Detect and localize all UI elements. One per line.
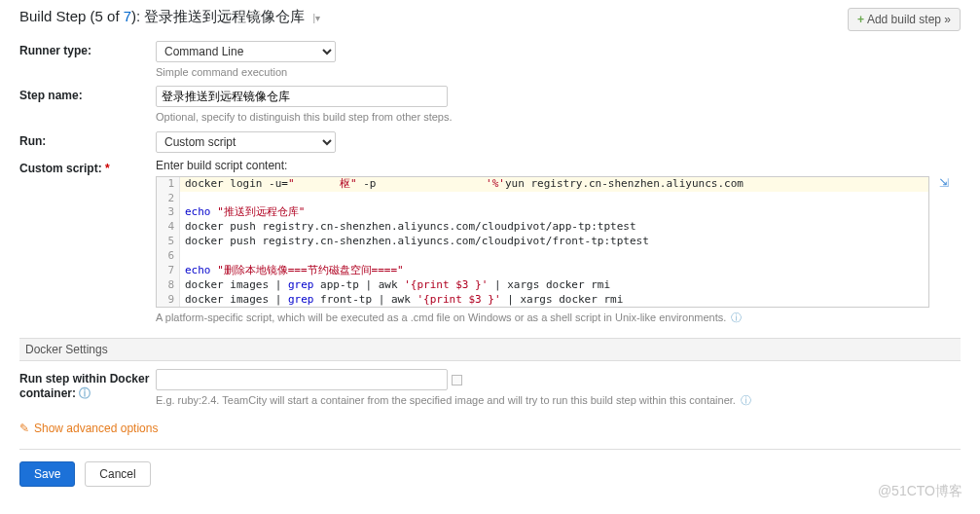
step-dropdown-icon[interactable]: |▾: [313, 13, 321, 23]
add-build-step-button[interactable]: +Add build step »: [848, 8, 961, 31]
script-content-hint: Enter build script content:: [156, 159, 961, 172]
expand-editor-icon[interactable]: ⇲: [939, 176, 949, 190]
step-name-hint: Optional, specify to distinguish this bu…: [156, 110, 961, 125]
watermark: @51CTO博客: [878, 483, 962, 500]
page-title: Build Step (5 of 7): 登录推送到远程镜像仓库 |▾: [19, 8, 320, 26]
docker-container-hint: E.g. ruby:2.4. TeamCity will start a con…: [156, 393, 961, 408]
divider: [19, 449, 961, 450]
custom-script-label: Custom script: *: [19, 159, 156, 175]
docker-settings-icon[interactable]: [452, 375, 462, 386]
run-label: Run:: [19, 131, 156, 148]
docker-settings-header: Docker Settings: [19, 338, 961, 361]
save-button[interactable]: Save: [19, 461, 75, 487]
step-name-input[interactable]: [156, 86, 448, 107]
script-platform-hint: A platform-specific script, which will b…: [156, 311, 961, 325]
docker-container-input[interactable]: [156, 369, 448, 390]
help-icon[interactable]: ⓘ: [79, 386, 91, 400]
cancel-button[interactable]: Cancel: [85, 461, 150, 487]
plus-icon: +: [857, 13, 864, 26]
run-select[interactable]: Custom script: [156, 131, 336, 153]
docker-container-label: Run step within Docker container: ⓘ: [19, 369, 156, 402]
step-name-label: Step name:: [19, 86, 156, 102]
show-advanced-options-link[interactable]: ✎ Show advanced options: [19, 422, 961, 435]
pencil-icon: ✎: [19, 422, 29, 435]
help-icon[interactable]: ⓘ: [741, 394, 751, 406]
runner-type-select[interactable]: Command Line: [156, 41, 336, 62]
runner-type-label: Runner type:: [19, 41, 156, 57]
help-icon[interactable]: ⓘ: [731, 312, 742, 323]
script-editor[interactable]: 1docker login -u=" 枢" -p '%'yun registry…: [156, 176, 929, 309]
runner-type-hint: Simple command execution: [156, 65, 961, 80]
